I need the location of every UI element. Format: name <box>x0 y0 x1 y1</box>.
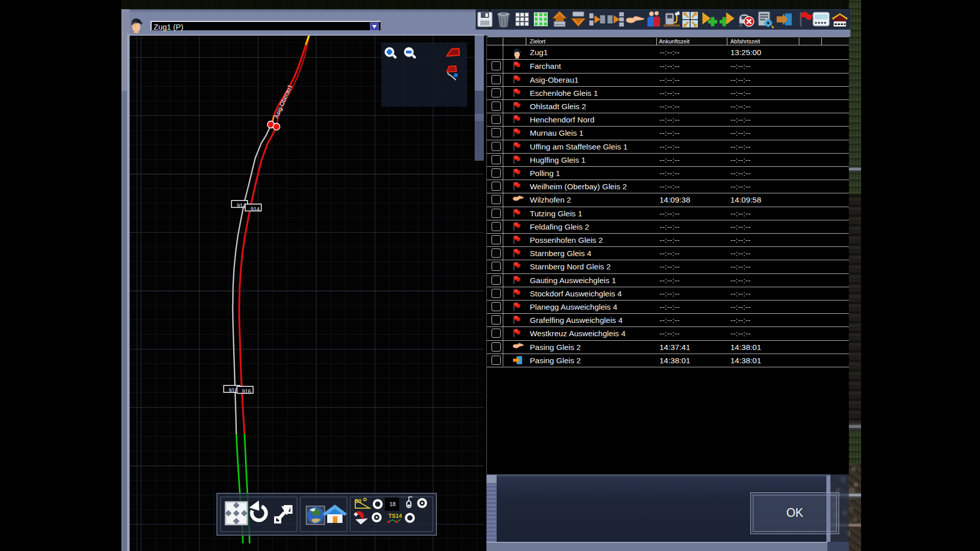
row-Westkreuz Ausweichgleis 4: Westkreuz Ausweichgleis 4--:--:----:--:-… <box>487 327 849 340</box>
tb-flag[interactable] <box>800 12 813 27</box>
row-Stockdorf Ausweichgleis 4: Stockdorf Ausweichgleis 4--:--:----:--:-… <box>487 287 849 300</box>
tb-enter[interactable] <box>777 13 792 26</box>
tb-properties[interactable] <box>758 12 774 29</box>
checkbox[interactable] <box>492 155 501 164</box>
tb-grid-white[interactable] <box>516 13 528 26</box>
checkbox[interactable] <box>492 289 501 298</box>
row-Farchant: Farchant--:--:----:--:-- <box>487 60 849 73</box>
map-control-panel: 30 18 TS14 <box>216 493 437 536</box>
radio-3[interactable] <box>373 514 381 521</box>
bottom-bar <box>486 542 827 551</box>
btn-globe[interactable] <box>306 506 325 524</box>
checkbox[interactable] <box>492 102 501 111</box>
zoom-out[interactable] <box>404 47 416 59</box>
bottom-bar-right <box>827 542 849 551</box>
bottom-panel-left-strip <box>486 475 497 551</box>
row-Henchendorf Nord: Henchendorf Nord--:--:----:--:-- <box>487 113 849 127</box>
checkbox[interactable] <box>492 302 501 311</box>
row-Polling 1: Polling 1--:--:----:--:-- <box>487 167 849 180</box>
checkbox[interactable] <box>492 262 501 271</box>
row-Starnberg Nord Gleis 2: Starnberg Nord Gleis 2--:--:----:--:-- <box>487 260 849 273</box>
dropdown-button[interactable] <box>370 22 379 31</box>
checkbox[interactable] <box>492 182 501 191</box>
row-Ohlstadt Gleis 2: Ohlstadt Gleis 2--:--:----:--:-- <box>487 100 849 113</box>
checkbox[interactable] <box>492 315 501 324</box>
checkbox[interactable] <box>492 142 501 151</box>
checkbox[interactable] <box>492 75 501 84</box>
tb-train[interactable] <box>813 12 829 26</box>
checkbox[interactable] <box>492 209 501 218</box>
tb-hand[interactable] <box>626 16 645 23</box>
ok-button[interactable]: OK <box>750 492 839 534</box>
row-Grafelfing Ausweichgleis 4: Grafelfing Ausweichgleis 4--:--:----:--:… <box>487 314 849 327</box>
table-panel: Zielort Ankunftszeit Abfahrtszeit Zug1--… <box>486 37 849 474</box>
row-Weilheim (Oberbay) Gleis 2: Weilheim (Oberbay) Gleis 2--:--:----:--:… <box>487 180 849 193</box>
tb-move-right[interactable] <box>590 13 605 26</box>
svg-text:914: 914 <box>251 206 260 212</box>
checkbox[interactable] <box>492 88 501 97</box>
row-Uffing am Staffelsee Gleis 1: Uffing am Staffelsee Gleis 1--:--:----:-… <box>487 140 849 154</box>
train-editor-screen: Zug1 (P) Asig-Oberau1 914 914 916 916 <box>0 0 980 551</box>
svg-text:914: 914 <box>237 203 246 209</box>
svg-text:916: 916 <box>229 387 238 393</box>
tb-add-front[interactable] <box>702 12 717 27</box>
scene-top <box>121 0 861 9</box>
checkbox[interactable] <box>492 222 501 231</box>
tb-up[interactable] <box>552 11 567 27</box>
row-Possenhofen Gleis 2: Possenhofen Gleis 2--:--:----:--:-- <box>487 234 849 247</box>
train-dropdown[interactable]: Zug1 (P) <box>151 21 381 31</box>
map-scroll-right-1 <box>475 36 484 91</box>
checkbox[interactable] <box>492 342 501 352</box>
row-Tutzing Gleis 1: Tutzing Gleis 1--:--:----:--:-- <box>487 207 849 220</box>
tb-expand[interactable] <box>683 12 698 27</box>
tb-down[interactable] <box>571 12 585 27</box>
checkbox[interactable] <box>492 128 501 137</box>
tb-people[interactable] <box>647 11 660 27</box>
driver-icon-main <box>130 17 143 33</box>
checkbox[interactable] <box>492 195 501 204</box>
scene-dark-zone <box>849 194 861 423</box>
scene-rail-2 <box>849 423 861 431</box>
tb-depot[interactable] <box>831 13 848 27</box>
table-top-strip <box>487 30 850 37</box>
table-header: Zielort Ankunftszeit Abfahrtszeit <box>487 37 849 45</box>
map-scroll-right-3 <box>475 114 484 121</box>
tb-move-left[interactable] <box>607 12 624 27</box>
tb-delete[interactable] <box>498 12 510 28</box>
row-Planegg Ausweichgleis 4: Planegg Ausweichgleis 4--:--:----:--:-- <box>487 300 849 314</box>
checkbox[interactable] <box>492 329 501 338</box>
svg-text:30: 30 <box>355 498 361 504</box>
checkbox[interactable] <box>492 248 501 258</box>
row-Asig-Oberau1: Asig-Oberau1--:--:----:--:-- <box>487 73 849 87</box>
tb-grid-green[interactable] <box>534 13 548 26</box>
checkbox[interactable] <box>492 276 501 285</box>
row-Zug1: Zug1--:--:--13:25:00 <box>487 45 849 60</box>
row-Huglfing Gleis 1: Huglfing Gleis 1--:--:----:--:-- <box>487 154 849 167</box>
checkbox[interactable] <box>492 61 501 70</box>
zoom-in[interactable] <box>385 47 397 59</box>
row-Feldafing Gleis 2: Feldafing Gleis 2--:--:----:--:-- <box>487 220 849 234</box>
checkbox[interactable] <box>492 356 501 365</box>
toolbar-icons <box>476 9 850 30</box>
minimap-panel <box>381 43 467 107</box>
tb-remove-train[interactable] <box>739 14 754 27</box>
radio-2[interactable] <box>419 499 426 507</box>
svg-text:TS14: TS14 <box>388 513 402 519</box>
row-Wilzhofen 2: Wilzhofen 214:09:3814:09:58 <box>487 193 849 207</box>
row-Eschenlohe Gleis 1: Eschenlohe Gleis 1--:--:----:--:-- <box>487 87 849 100</box>
svg-text:18: 18 <box>389 501 396 507</box>
map-overlay: Asig-Oberau1 914 914 916 916 <box>130 36 484 551</box>
tb-fuel[interactable] <box>664 11 680 27</box>
tb-save[interactable] <box>478 12 492 27</box>
btn-pan[interactable] <box>225 502 248 524</box>
map-scroll-right-2 <box>475 91 484 161</box>
row-Pasing Gleis 2: Pasing Gleis 214:38:0114:38:01 <box>487 354 849 367</box>
svg-text:916: 916 <box>242 388 251 394</box>
row-Murnau Gleis 1: Murnau Gleis 1--:--:----:--:-- <box>487 127 849 140</box>
checkbox[interactable] <box>492 168 501 178</box>
checkbox[interactable] <box>492 115 501 124</box>
checkbox[interactable] <box>492 235 501 244</box>
row-Pasing Gleis 2: Pasing Gleis 214:37:4114:38:01 <box>487 341 849 354</box>
row-Gauting Ausweichgleis 1: Gauting Ausweichgleis 1--:--:----:--:-- <box>487 274 849 287</box>
tb-add-back[interactable] <box>720 12 734 27</box>
